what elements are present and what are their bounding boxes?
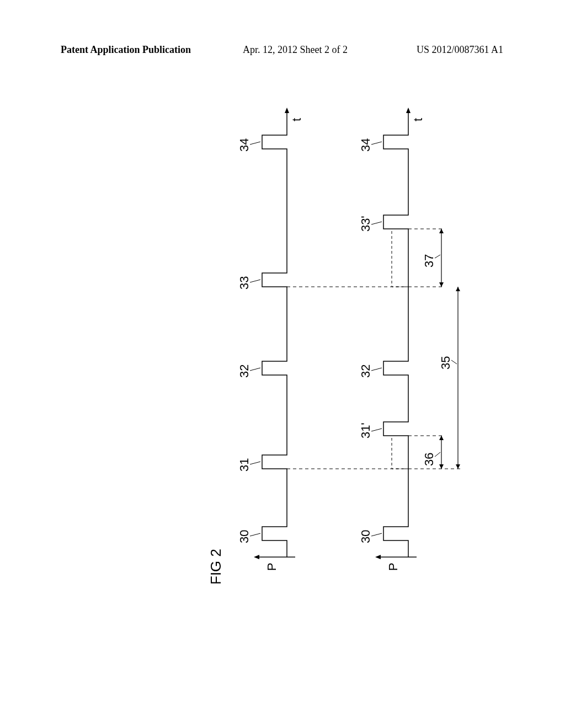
top-pulse-30-label: 30 (237, 530, 251, 543)
bottom-pulse-31p-label: 31' (359, 422, 372, 438)
top-pulse-34-label: 34 (237, 138, 251, 152)
top-waveform: P 30 31 32 33 34 t (237, 108, 303, 571)
top-p-axis-label: P (265, 563, 279, 571)
svg-line-16 (371, 222, 382, 224)
svg-marker-12 (375, 555, 381, 559)
top-pulse-32-label: 32 (237, 365, 251, 378)
span-37-label: 37 (422, 254, 436, 267)
bottom-pulse-33p-label: 33' (359, 216, 372, 232)
svg-line-5 (250, 280, 260, 282)
header-publication: Patent Application Publication (61, 44, 191, 56)
figure-container: FIG 2 P 30 31 32 33 34 t (77, 99, 508, 596)
svg-marker-28 (439, 229, 444, 233)
header-patent-number: US 2012/0087361 A1 (417, 44, 503, 56)
svg-marker-8 (285, 108, 289, 113)
svg-marker-31 (456, 464, 460, 469)
svg-line-3 (250, 462, 260, 464)
span-36: 36 (422, 436, 444, 469)
svg-line-2 (250, 533, 260, 536)
svg-marker-19 (406, 108, 411, 113)
top-t-axis-label: t (290, 118, 303, 121)
figure-title: FIG 2 (207, 549, 224, 585)
bottom-t-axis-label: t (411, 118, 425, 121)
bottom-waveform: P 30 31' 32 33' 34 t (359, 108, 425, 571)
svg-marker-24 (439, 436, 444, 440)
svg-marker-32 (456, 287, 460, 291)
svg-line-14 (371, 429, 382, 431)
header-date-sheet: Apr. 12, 2012 Sheet 2 of 2 (243, 44, 348, 56)
span-37: 37 (422, 229, 444, 287)
bottom-pulse-32-label: 32 (359, 365, 372, 378)
span-36-label: 36 (422, 453, 436, 466)
bottom-pulse-34-label: 34 (359, 138, 372, 152)
top-pulse-31-label: 31 (237, 458, 251, 472)
svg-line-17 (371, 142, 382, 144)
svg-line-13 (371, 533, 382, 536)
timing-diagram: FIG 2 P 30 31 32 33 34 t (77, 99, 508, 596)
bottom-pulse-30-label: 30 (359, 530, 372, 543)
top-pulse-33-label: 33 (237, 276, 251, 290)
svg-marker-23 (439, 464, 444, 469)
bottom-p-axis-label: P (386, 563, 400, 571)
span-35: 35 (439, 287, 460, 469)
svg-line-15 (371, 368, 382, 371)
svg-line-6 (250, 142, 260, 144)
svg-marker-27 (439, 282, 444, 287)
span-35-label: 35 (439, 356, 452, 370)
svg-line-4 (250, 368, 260, 371)
svg-marker-1 (254, 555, 259, 559)
